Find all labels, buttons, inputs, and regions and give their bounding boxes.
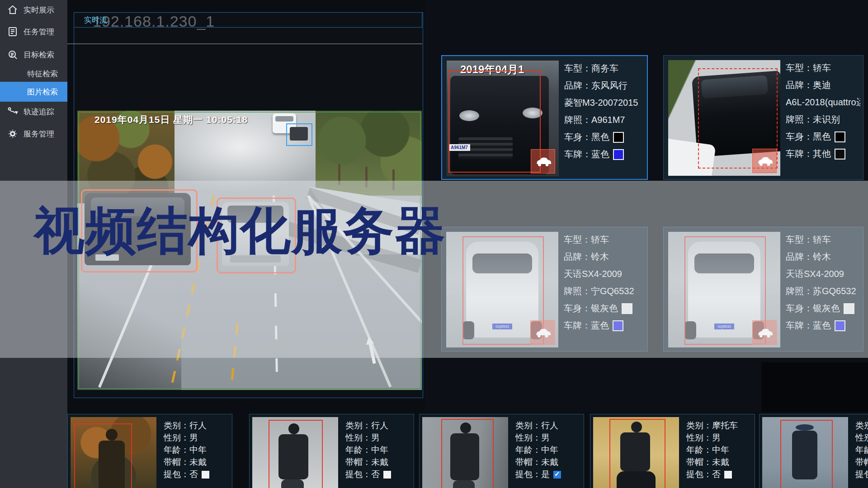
vehicle-thumbnail (668, 60, 780, 176)
person-category: 类别：行人 (345, 420, 388, 432)
vehicle-plate: 牌照：宁GQ6532 (564, 285, 634, 297)
car-type-badge (752, 149, 777, 173)
person-attributes: 类别：行人 性别：男 年龄：中年 带帽：未戴 提包：否 (164, 414, 230, 488)
sidebar-item-feature-search[interactable]: 特征检索 (0, 64, 67, 84)
person-gender: 性别： (855, 432, 868, 444)
person-gender: 性别：男 (686, 432, 721, 444)
person-attributes: 类别：行人 性别：男 年龄：中年 带帽：未戴 提包：是 (515, 414, 582, 488)
vehicle-model: 菱智M3-20072015 (564, 97, 638, 109)
sidebar-item-target-search[interactable]: 目标检索 (0, 45, 67, 65)
plate-color-swatch (835, 320, 845, 331)
vehicle-plate-color: 车牌：蓝色 (564, 319, 623, 332)
person-gender: 性别：男 (345, 432, 380, 444)
person-gender: 性别：男 (515, 432, 550, 444)
vehicle-model: A6L-2018(quattro运动 (786, 96, 860, 108)
plate-color-swatch (613, 320, 623, 331)
bag-checkbox[interactable] (724, 471, 732, 479)
person-attributes: 类别： 性别： 年龄： 带帽： 提包： (855, 414, 868, 488)
vehicle-result-card[interactable]: GQ6532 车型：轿车 品牌：铃木 天语SX4-2009 牌照：宁GQ6532… (441, 227, 648, 352)
vehicle-plate: 牌照：苏GQ6532 (786, 285, 856, 297)
person-hat: 带帽：未戴 (345, 456, 388, 468)
person-age: 年龄：中年 (686, 444, 729, 456)
vehicle-brand: 品牌：东风风行 (564, 80, 627, 92)
detection-box-red (269, 420, 323, 488)
sidebar-item-live-display[interactable]: 实时展示 (0, 0, 67, 20)
vehicle-plate-color: 车牌：蓝色 (564, 148, 624, 160)
home-icon (7, 5, 18, 15)
car-icon (534, 327, 551, 338)
vehicle-type: 车型：轿车 (564, 234, 609, 246)
vehicle-result-card[interactable]: GQ6532 车型：轿车 品牌：铃木 天语SX4-2009 牌照：苏GQ6532… (663, 227, 863, 352)
sidebar-item-label: 特征检索 (27, 69, 58, 79)
person-hat: 带帽：未戴 (515, 456, 558, 468)
sidebar-item-service-management[interactable]: 服务管理 (0, 124, 67, 144)
vehicle-brand: 品牌：铃木 (786, 251, 831, 263)
vehicle-result-card[interactable]: 车型：轿车 品牌：奥迪 A6L-2018(quattro运动 牌照：未识别 车身… (663, 55, 863, 180)
person-thumbnail (762, 417, 848, 488)
detection-box-red (780, 420, 833, 488)
detection-box-red (448, 70, 541, 173)
person-result-card[interactable]: 类别： 性别： 年龄： 带帽： 提包： (759, 414, 868, 488)
vehicle-attributes: 车型：轿车 品牌：铃木 天语SX4-2009 牌照：苏GQ6532 车身：银灰色… (786, 227, 860, 351)
vehicle-thumbnail: A961M7 2019年04月1 (447, 61, 559, 176)
sidebar-item-label: 图片检索 (27, 87, 58, 97)
person-result-card[interactable]: 类别：行人 性别：男 年龄：中年 带帽：未戴 提包：否 (67, 414, 232, 488)
vehicle-result-card[interactable]: A961M7 2019年04月1 车型：商务车 品牌：东风风行 菱智M3-200… (441, 55, 648, 180)
vehicle-thumbnail: GQ6532 (446, 232, 558, 347)
person-age: 年龄： (855, 444, 868, 456)
person-gender: 性别：男 (164, 432, 198, 444)
body-color-swatch (835, 131, 845, 142)
vehicle-brand: 品牌：奥迪 (786, 79, 831, 91)
vehicle-type: 车型：商务车 (564, 62, 618, 75)
person-result-card[interactable]: 类别：摩托车 性别：男 年龄：中年 带帽：未戴 提包：否 (590, 414, 755, 488)
sidebar-item-label: 目标检索 (24, 50, 54, 60)
sidebar-item-image-search[interactable]: 图片检索 (0, 82, 67, 102)
vehicle-plate: 牌照：A961M7 (564, 114, 625, 126)
car-type-badge (530, 320, 555, 345)
person-age: 年龄：中年 (164, 444, 207, 456)
vehicle-brand: 品牌：铃木 (564, 251, 609, 263)
person-result-card[interactable]: 类别：行人 性别：男 年龄：中年 带帽：未戴 提包：否 (249, 414, 414, 488)
bag-checkbox[interactable] (383, 471, 391, 479)
gear-icon (7, 128, 18, 139)
person-category: 类别：行人 (515, 420, 558, 432)
track-icon (7, 106, 18, 117)
bag-checkbox-checked[interactable] (553, 471, 561, 479)
person-age: 年龄：中年 (345, 444, 388, 456)
car-type-badge (752, 320, 777, 345)
vehicle-attributes: 车型：轿车 品牌：奥迪 A6L-2018(quattro运动 牌照：未识别 车身… (786, 56, 860, 179)
vehicle-body-color: 车身：银灰色 (786, 302, 854, 314)
person-attributes: 类别：摩托车 性别：男 年龄：中年 带帽：未戴 提包：否 (686, 414, 753, 488)
video-canvas: 2019年04月15日 星期一 10:05:18 (77, 111, 422, 390)
person-result-card[interactable]: 类别：行人 性别：男 年龄：中年 带帽：未戴 提包：是 (419, 414, 584, 488)
vehicle-thumbnail: GQ6532 (668, 232, 780, 347)
person-bag: 提包：是 (515, 469, 561, 480)
detection-zone-outline (78, 112, 421, 389)
person-thumbnail (593, 417, 679, 488)
person-thumbnail (252, 417, 338, 488)
person-attributes: 类别：行人 性别：男 年龄：中年 带帽：未戴 提包：否 (345, 414, 412, 488)
person-thumbnail (71, 417, 156, 488)
person-bag: 提包：否 (686, 469, 732, 480)
bag-checkbox[interactable] (202, 471, 209, 479)
vehicle-model: 天语SX4-2009 (564, 268, 622, 280)
sidebar-item-track-tracing[interactable]: 轨迹追踪 (0, 102, 67, 122)
person-category: 类别：摩托车 (686, 420, 738, 432)
detection-box-red (74, 423, 132, 488)
sidebar-item-task-management[interactable]: 任务管理 (0, 22, 67, 42)
body-color-swatch (613, 132, 624, 143)
car-icon (756, 327, 773, 338)
car-type-badge (531, 149, 555, 174)
plate-color-swatch (613, 149, 624, 160)
target-search-icon (7, 49, 18, 60)
vehicle-body-color: 车身：银灰色 (564, 302, 632, 314)
sidebar-item-label: 轨迹追踪 (24, 107, 54, 117)
person-bag: 提包：否 (164, 469, 209, 480)
detection-box-red (609, 419, 665, 488)
person-category: 类别：行人 (164, 420, 207, 432)
tab-live-stream[interactable]: 实时流 (84, 15, 107, 25)
car-icon (535, 155, 551, 167)
person-hat: 带帽：未戴 (164, 456, 207, 468)
person-hat: 带帽： (855, 456, 868, 468)
person-bag: 提包： (855, 469, 868, 480)
